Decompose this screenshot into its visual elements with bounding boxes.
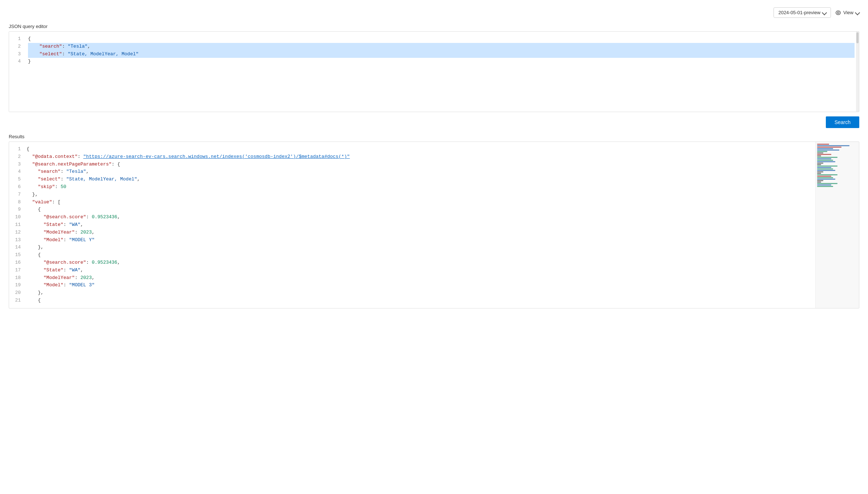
minimap-line (817, 150, 839, 151)
result-line-21: { (27, 297, 812, 304)
editor-scrollbar[interactable] (856, 32, 859, 112)
minimap-line (817, 174, 837, 175)
minimap-line (817, 167, 831, 168)
json-query-editor[interactable]: 1 2 3 4 { "search": "Tesla", "select": "… (9, 31, 859, 112)
view-button[interactable]: View (835, 10, 859, 16)
minimap-line (817, 148, 833, 149)
result-line-20: }, (27, 289, 812, 297)
minimap-line (817, 171, 823, 172)
minimap-line (817, 163, 823, 164)
search-button[interactable]: Search (826, 116, 859, 128)
editor-line-2: "search": "Tesla", (28, 43, 855, 51)
result-line-10: "@search.score": 0.9523436, (27, 214, 812, 221)
result-line-15: { (27, 251, 812, 259)
minimap-line (817, 176, 831, 177)
result-line-5: "select": "State, ModelYear, Model", (27, 176, 812, 183)
result-line-8: "value": [ (27, 199, 812, 206)
view-label: View (843, 10, 853, 15)
result-line-11: "State": "WA", (27, 221, 812, 229)
results-container: 1 2 3 4 5 6 7 8 9 10 11 12 13 14 15 16 1… (9, 142, 859, 308)
minimap-line (817, 155, 821, 156)
version-dropdown[interactable]: 2024-05-01-preview (773, 7, 831, 18)
editor-line-3: "select": "State, ModelYear, Model" (28, 51, 855, 58)
result-line-2: "@odata.context": "https://azure-search-… (27, 153, 812, 161)
minimap-line (817, 160, 833, 161)
minimap-line (817, 161, 835, 162)
results-line-numbers: 1 2 3 4 5 6 7 8 9 10 11 12 13 14 15 16 1… (9, 142, 24, 308)
version-label: 2024-05-01-preview (778, 10, 820, 15)
minimap-line (817, 144, 829, 145)
result-line-7: }, (27, 191, 812, 199)
minimap-line (817, 180, 823, 181)
minimap-line (817, 173, 821, 174)
result-line-13: "Model": "MODEL Y" (27, 236, 812, 244)
minimap-line (817, 151, 827, 152)
result-line-9: { (27, 206, 812, 214)
minimap-line (817, 157, 837, 158)
minimap-line (817, 152, 823, 154)
result-line-4: "search": "Tesla", (27, 168, 812, 176)
minimap-line (817, 145, 849, 146)
minimap-line (817, 177, 833, 178)
minimap-line (817, 186, 833, 187)
results-minimap (815, 142, 859, 308)
minimap-line (817, 166, 837, 167)
chevron-down-icon-view (855, 10, 860, 15)
editor-line-4: } (28, 58, 855, 65)
editor-line-numbers: 1 2 3 4 (9, 32, 24, 112)
minimap-content (816, 142, 859, 189)
editor-scrollbar-thumb[interactable] (856, 32, 859, 43)
minimap-line (817, 170, 835, 171)
editor-code-content[interactable]: { "search": "Tesla", "select": "State, M… (24, 32, 859, 112)
results-code: 1 2 3 4 5 6 7 8 9 10 11 12 13 14 15 16 1… (9, 142, 815, 308)
minimap-line (817, 184, 831, 186)
editor-title: JSON query editor (9, 24, 859, 29)
minimap-line (817, 154, 831, 155)
result-line-14: }, (27, 244, 812, 251)
minimap-line (817, 158, 831, 159)
result-line-19: "Model": "MODEL 3" (27, 282, 812, 289)
result-line-3: "@search.nextPageParameters": { (27, 161, 812, 168)
result-line-12: "ModelYear": 2023, (27, 229, 812, 236)
result-line-17: "State": "WA", (27, 267, 812, 274)
minimap-line (817, 168, 833, 170)
result-line-16: "@search.score": 0.9523436, (27, 259, 812, 267)
minimap-line (817, 164, 821, 165)
results-content: { "@odata.context": "https://azure-searc… (24, 142, 815, 308)
minimap-line (817, 182, 821, 183)
minimap-line (817, 179, 835, 180)
result-line-1: { (27, 146, 812, 153)
eye-icon (835, 10, 841, 16)
result-line-6: "skip": 50 (27, 183, 812, 191)
minimap-line (817, 147, 841, 148)
minimap-line (817, 183, 837, 184)
editor-line-1: { (28, 35, 855, 43)
action-bar: Search (9, 116, 859, 128)
results-title: Results (9, 134, 859, 139)
result-line-18: "ModelYear": 2023, (27, 274, 812, 282)
svg-point-0 (837, 12, 839, 13)
chevron-down-icon (822, 10, 827, 15)
top-bar: 2024-05-01-preview View (9, 7, 859, 18)
